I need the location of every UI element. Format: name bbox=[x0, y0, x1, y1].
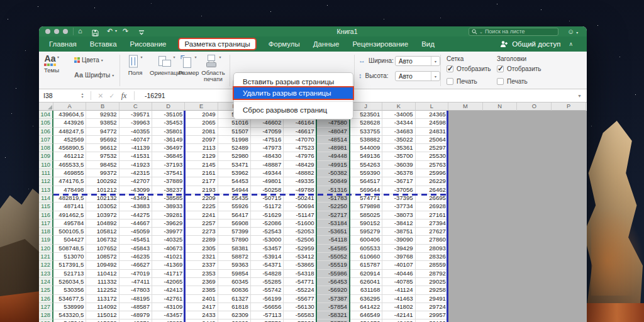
formula-value[interactable]: -16291 bbox=[145, 92, 165, 99]
select-all-corner[interactable] bbox=[39, 103, 53, 111]
cell-A117[interactable]: 495784 bbox=[53, 219, 86, 228]
cell-C109[interactable]: -41531 bbox=[119, 152, 152, 160]
cell-E104[interactable]: 2049 bbox=[185, 111, 218, 119]
enter-icon[interactable]: ✓ bbox=[106, 92, 118, 99]
cell-G115[interactable]: -51172 bbox=[251, 203, 284, 211]
cell-J117[interactable]: 590152 bbox=[350, 219, 382, 228]
cell-F105[interactable]: 51016 bbox=[218, 119, 251, 127]
cell-K129[interactable]: -42480 bbox=[382, 319, 415, 322]
row-header-115[interactable]: 115 bbox=[39, 203, 53, 211]
cell-L104[interactable]: 24365 bbox=[416, 111, 448, 119]
cell-J112[interactable]: 564517 bbox=[350, 177, 382, 186]
row-header-106[interactable]: 106 bbox=[39, 128, 53, 136]
cell-J113[interactable]: 569644 bbox=[350, 186, 382, 194]
cell-G120[interactable]: -53457 bbox=[251, 245, 284, 253]
name-box[interactable]: I38 bbox=[39, 89, 78, 102]
cell-L119[interactable]: 27860 bbox=[416, 236, 448, 244]
cell-A109[interactable]: 461212 bbox=[53, 152, 86, 160]
cell-F111[interactable]: 53962 bbox=[218, 169, 251, 177]
print-area-button[interactable]: ▾ Область печати bbox=[199, 55, 228, 82]
cell-F122[interactable]: 59363 bbox=[218, 261, 251, 269]
cell-L126[interactable]: 29491 bbox=[416, 295, 448, 303]
cell-L117[interactable]: 27394 bbox=[416, 219, 448, 228]
cell-K112[interactable]: -36717 bbox=[382, 177, 415, 186]
cell-A113[interactable]: 478498 bbox=[53, 186, 86, 194]
cell-G127[interactable]: -56656 bbox=[251, 303, 284, 311]
cell-F126[interactable]: 61327 bbox=[218, 295, 251, 303]
cell-G118[interactable]: -52543 bbox=[251, 228, 284, 236]
column-header-B[interactable]: B bbox=[86, 103, 119, 111]
cell-F128[interactable]: 62309 bbox=[218, 311, 251, 319]
tab-1[interactable]: Главная bbox=[49, 40, 77, 48]
row-header-116[interactable]: 116 bbox=[39, 211, 53, 219]
cell-H111[interactable]: -48882 bbox=[284, 169, 316, 177]
cell-D112[interactable]: -37889 bbox=[152, 177, 185, 186]
cell-J121[interactable]: 610660 bbox=[350, 253, 382, 261]
cell-A126[interactable]: 534677,5 bbox=[53, 295, 86, 303]
insert-function-icon[interactable]: fx bbox=[118, 91, 130, 101]
column-header-N[interactable]: N bbox=[483, 103, 518, 111]
cell-J106[interactable]: 533755 bbox=[350, 128, 382, 136]
cell-F106[interactable]: 51507 bbox=[218, 128, 251, 136]
cell-G122[interactable]: -54371 bbox=[251, 261, 284, 269]
margins-button[interactable]: ▾ Поля bbox=[125, 55, 146, 76]
height-select[interactable]: Авто ▾ bbox=[395, 71, 440, 81]
cell-L127[interactable]: 29724 bbox=[416, 303, 448, 311]
cell-C129[interactable]: -49371 bbox=[119, 319, 152, 322]
cell-L128[interactable]: 29957 bbox=[416, 311, 448, 319]
cell-E123[interactable]: 2353 bbox=[185, 270, 218, 278]
cell-F124[interactable]: 60345 bbox=[218, 278, 251, 286]
cell-A105[interactable]: 443926 bbox=[53, 119, 86, 127]
menu-item-1[interactable]: Вставить разрыв страницы bbox=[234, 76, 353, 87]
cell-D125[interactable]: -42413 bbox=[152, 286, 185, 294]
row-header-120[interactable]: 120 bbox=[39, 245, 53, 253]
cell-H126[interactable]: -55677 bbox=[284, 295, 316, 303]
row-header-108[interactable]: 108 bbox=[39, 144, 53, 152]
column-header-D[interactable]: D bbox=[152, 103, 185, 111]
cell-L123[interactable]: 28792 bbox=[416, 270, 448, 278]
row-header-127[interactable]: 127 bbox=[39, 303, 53, 311]
cell-K109[interactable]: -35700 bbox=[382, 152, 415, 160]
row-header-114[interactable]: 114 bbox=[39, 194, 53, 203]
cell-C124[interactable]: -47411 bbox=[119, 278, 152, 286]
cell-J104[interactable]: 523501 bbox=[350, 111, 382, 119]
cell-H120[interactable]: -52959 bbox=[284, 245, 316, 253]
cell-F125[interactable]: 60836 bbox=[218, 286, 251, 294]
cell-G116[interactable]: -51629 bbox=[251, 211, 284, 219]
cell-A127[interactable]: 538999 bbox=[53, 303, 86, 311]
row-header-109[interactable]: 109 bbox=[39, 152, 53, 160]
menu-item-3[interactable]: Сброс разрывов страниц bbox=[234, 104, 353, 116]
tab-8[interactable]: Вид bbox=[421, 40, 435, 48]
cell-J111[interactable]: 559390 bbox=[350, 169, 382, 177]
cell-J129[interactable]: 651676 bbox=[350, 319, 382, 322]
cell-B115[interactable]: 103052 bbox=[86, 203, 119, 211]
cell-H128[interactable]: -56583 bbox=[284, 311, 316, 319]
row-header-104[interactable]: 104 bbox=[39, 111, 53, 119]
cell-D116[interactable]: -39281 bbox=[152, 211, 185, 219]
cell-I105[interactable]: -47580 bbox=[317, 119, 350, 127]
row-header-107[interactable]: 107 bbox=[39, 136, 53, 144]
minimize-button[interactable] bbox=[54, 29, 59, 34]
cell-G126[interactable]: -56199 bbox=[251, 295, 284, 303]
cell-B126[interactable]: 113172 bbox=[86, 295, 119, 303]
share-button[interactable]: Общий доступ ∧ bbox=[500, 36, 573, 52]
themes-button[interactable]: Aa ▾ Темы bbox=[44, 55, 59, 74]
width-select[interactable]: Авто ▾ bbox=[395, 56, 440, 66]
column-header-M[interactable]: M bbox=[448, 103, 483, 111]
cell-G107[interactable]: -47516 bbox=[251, 136, 284, 144]
cell-L112[interactable]: 26229 bbox=[416, 177, 448, 186]
cell-C113[interactable]: -43099 bbox=[119, 186, 152, 194]
cell-H123[interactable]: -54318 bbox=[284, 270, 316, 278]
cell-K118[interactable]: -38751 bbox=[382, 228, 415, 236]
cell-L106[interactable]: 24831 bbox=[416, 128, 448, 136]
cell-H115[interactable]: -50694 bbox=[284, 203, 316, 211]
cell-K113[interactable]: -37056 bbox=[382, 186, 415, 194]
cell-D126[interactable]: -42761 bbox=[152, 295, 185, 303]
cell-L124[interactable]: 29025 bbox=[416, 278, 448, 286]
cell-G105[interactable]: -46602 bbox=[251, 119, 284, 127]
cell-A116[interactable]: 491462,5 bbox=[53, 211, 86, 219]
cell-B116[interactable]: 103972 bbox=[86, 211, 119, 219]
cell-L109[interactable]: 25530 bbox=[416, 152, 448, 160]
cell-I120[interactable]: -54585 bbox=[317, 245, 350, 253]
row-header-123[interactable]: 123 bbox=[39, 270, 53, 278]
